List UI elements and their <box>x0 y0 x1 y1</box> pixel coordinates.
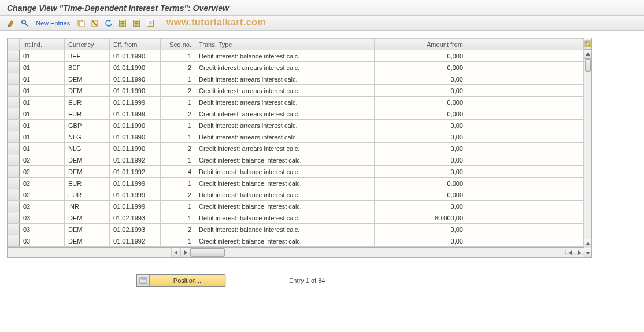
cell-type[interactable]: Debit interest: balance interest calc. <box>195 224 375 235</box>
cell-currency[interactable]: DEM <box>65 85 110 97</box>
vscroll-track[interactable] <box>584 59 591 239</box>
table-row[interactable]: 01DEM01.01.19901Debit interest: arrears … <box>8 73 584 85</box>
row-select-cell[interactable] <box>8 201 20 212</box>
table-row[interactable]: 03DEM01.01.19921Credit interest: balance… <box>8 235 584 247</box>
cell-amount[interactable]: 0,00 <box>375 73 467 85</box>
vscroll-up-button[interactable] <box>584 50 591 59</box>
cell-seq[interactable]: 2 <box>161 62 195 73</box>
cell-eff[interactable]: 01.01.1990 <box>110 50 161 62</box>
cell-amount[interactable]: 0,000 <box>375 62 467 73</box>
vscroll-up-button-2[interactable] <box>584 239 591 248</box>
cell-seq[interactable]: 2 <box>161 108 195 120</box>
cell-currency[interactable]: DEM <box>65 224 110 235</box>
select-all-icon[interactable] <box>117 18 128 28</box>
cell-seq[interactable]: 4 <box>161 166 195 178</box>
new-entries-button[interactable]: New Entries <box>34 20 72 27</box>
cell-type[interactable]: Credit interest: arrears interest calc. <box>195 62 375 73</box>
cell-int[interactable]: 01 <box>20 73 65 85</box>
cell-amount[interactable]: 80.000,00 <box>375 212 467 224</box>
find-icon[interactable] <box>20 18 30 28</box>
cell-int[interactable]: 01 <box>20 108 65 120</box>
hscroll-left-button[interactable] <box>172 248 181 257</box>
cell-int[interactable]: 03 <box>20 212 65 224</box>
cell-eff[interactable]: 01.01.1990 <box>110 85 161 97</box>
cell-amount[interactable]: 0,000 <box>375 97 467 108</box>
cell-currency[interactable]: BEF <box>65 62 110 73</box>
cell-amount[interactable]: 0,000 <box>375 50 467 62</box>
row-select-cell[interactable] <box>8 50 20 62</box>
cell-currency[interactable]: EUR <box>65 108 110 120</box>
cell-seq[interactable]: 2 <box>161 85 195 97</box>
cell-seq[interactable]: 1 <box>161 212 195 224</box>
hscroll-right-button-2[interactable] <box>575 250 584 255</box>
row-select-cell[interactable] <box>8 120 20 131</box>
cell-seq[interactable]: 1 <box>161 235 195 247</box>
cell-seq[interactable]: 1 <box>161 97 195 108</box>
cell-type[interactable]: Credit interest: balance interest calc. <box>195 154 375 166</box>
cell-int[interactable]: 01 <box>20 97 65 108</box>
cell-eff[interactable]: 01.01.1999 <box>110 189 161 201</box>
cell-amount[interactable]: 0,000 <box>375 178 467 189</box>
table-row[interactable]: 02DEM01.01.19924Debit interest: balance … <box>8 166 584 178</box>
cell-int[interactable]: 02 <box>20 178 65 189</box>
row-select-cell[interactable] <box>8 131 20 143</box>
cell-eff[interactable]: 01.01.1992 <box>110 154 161 166</box>
cell-seq[interactable]: 2 <box>161 143 195 154</box>
col-seq[interactable]: Seq.no. <box>161 39 195 50</box>
cell-amount[interactable]: 0,000 <box>375 189 467 201</box>
row-select-cell[interactable] <box>8 189 20 201</box>
cell-type[interactable]: Credit interest: balance interest calc. <box>195 235 375 247</box>
cell-type[interactable]: Debit interest: arrears interest calc. <box>195 120 375 131</box>
table-config-icon[interactable] <box>584 38 591 50</box>
cell-int[interactable]: 01 <box>20 143 65 154</box>
cell-amount[interactable]: 0,00 <box>375 143 467 154</box>
cell-eff[interactable]: 01.01.1990 <box>110 120 161 131</box>
cell-int[interactable]: 02 <box>20 189 65 201</box>
cell-seq[interactable]: 1 <box>161 50 195 62</box>
cell-type[interactable]: Credit interest: balance interest calc. <box>195 178 375 189</box>
col-eff[interactable]: Eff. from <box>110 39 161 50</box>
deselect-all-icon[interactable] <box>145 18 156 28</box>
col-currency[interactable]: Currency <box>65 39 110 50</box>
cell-int[interactable]: 02 <box>20 154 65 166</box>
copy-as-icon[interactable] <box>76 18 86 28</box>
cell-amount[interactable]: 0,00 <box>375 120 467 131</box>
vscroll-down-button[interactable] <box>584 248 591 257</box>
row-select-cell[interactable] <box>8 224 20 235</box>
cell-type[interactable]: Debit interest: balance interest calc. <box>195 50 375 62</box>
cell-type[interactable]: Debit interest: arrears interest calc. <box>195 73 375 85</box>
table-row[interactable]: 02DEM01.01.19921Credit interest: balance… <box>8 154 584 166</box>
cell-eff[interactable]: 01.01.1990 <box>110 73 161 85</box>
cell-currency[interactable]: DEM <box>65 212 110 224</box>
cell-currency[interactable]: EUR <box>65 189 110 201</box>
cell-int[interactable]: 01 <box>20 131 65 143</box>
cell-seq[interactable]: 2 <box>161 224 195 235</box>
cell-currency[interactable]: GBP <box>65 120 110 131</box>
vscroll-thumb[interactable] <box>585 59 591 72</box>
table-row[interactable]: 01NLG01.01.19902Credit interest: arrears… <box>8 143 584 154</box>
cell-seq[interactable]: 1 <box>161 178 195 189</box>
cell-amount[interactable]: 0,00 <box>375 201 467 212</box>
row-select-cell[interactable] <box>8 62 20 73</box>
cell-int[interactable]: 01 <box>20 50 65 62</box>
row-select-cell[interactable] <box>8 212 20 224</box>
cell-eff[interactable]: 01.02.1993 <box>110 212 161 224</box>
cell-type[interactable]: Credit interest: arrears interest calc. <box>195 85 375 97</box>
cell-seq[interactable]: 2 <box>161 189 195 201</box>
table-row[interactable]: 01GBP01.01.19901Debit interest: arrears … <box>8 120 584 131</box>
table-row[interactable]: 01BEF01.01.19901Debit interest: balance … <box>8 50 584 62</box>
row-select-cell[interactable] <box>8 97 20 108</box>
row-select-cell[interactable] <box>8 178 20 189</box>
cell-currency[interactable]: NLG <box>65 131 110 143</box>
cell-type[interactable]: Credit interest: balance interest calc. <box>195 201 375 212</box>
col-type[interactable]: Trans. Type <box>195 39 375 50</box>
row-select-cell[interactable] <box>8 143 20 154</box>
cell-amount[interactable]: 0,00 <box>375 224 467 235</box>
cell-amount[interactable]: 0,00 <box>375 166 467 178</box>
table-row[interactable]: 01EUR01.01.19992Credit interest: arrears… <box>8 108 584 120</box>
position-button[interactable]: Position... <box>150 275 225 286</box>
select-block-icon[interactable] <box>131 18 142 28</box>
cell-currency[interactable]: EUR <box>65 178 110 189</box>
cell-int[interactable]: 03 <box>20 224 65 235</box>
cell-seq[interactable]: 1 <box>161 120 195 131</box>
